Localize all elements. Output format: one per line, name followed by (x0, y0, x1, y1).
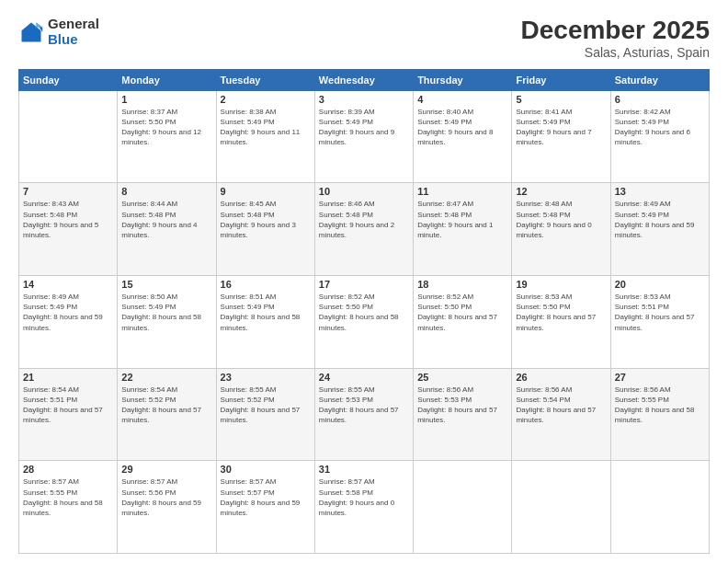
day-number: 27 (615, 372, 705, 383)
calendar-week-row: 1Sunrise: 8:37 AMSunset: 5:50 PMDaylight… (19, 90, 710, 183)
day-number: 19 (516, 279, 606, 290)
day-info: Sunrise: 8:56 AMSunset: 5:53 PMDaylight:… (417, 385, 507, 426)
day-info: Sunrise: 8:42 AMSunset: 5:49 PMDaylight:… (615, 107, 705, 148)
day-number: 28 (23, 464, 113, 475)
day-number: 23 (221, 372, 311, 383)
logo: General Blue (18, 17, 99, 47)
calendar-cell: 12Sunrise: 8:48 AMSunset: 5:48 PMDayligh… (512, 183, 610, 276)
day-number: 4 (417, 94, 507, 105)
day-number: 15 (121, 279, 211, 290)
day-info: Sunrise: 8:47 AMSunset: 5:48 PMDaylight:… (417, 199, 507, 240)
calendar-cell: 21Sunrise: 8:54 AMSunset: 5:51 PMDayligh… (19, 368, 118, 461)
day-number: 17 (319, 279, 409, 290)
weekday-header: Friday (512, 69, 610, 90)
logo-blue: Blue (48, 32, 99, 48)
calendar-cell: 8Sunrise: 8:44 AMSunset: 5:48 PMDaylight… (118, 183, 216, 276)
day-info: Sunrise: 8:57 AMSunset: 5:58 PMDaylight:… (319, 477, 409, 518)
calendar-week-row: 28Sunrise: 8:57 AMSunset: 5:55 PMDayligh… (19, 461, 710, 554)
calendar-cell: 18Sunrise: 8:52 AMSunset: 5:50 PMDayligh… (414, 276, 512, 369)
logo-icon (18, 19, 44, 45)
day-number: 5 (516, 94, 606, 105)
day-info: Sunrise: 8:38 AMSunset: 5:49 PMDaylight:… (221, 107, 311, 148)
calendar-page: General Blue December 2025 Salas, Asturi… (0, 0, 728, 563)
day-info: Sunrise: 8:44 AMSunset: 5:48 PMDaylight:… (121, 199, 211, 240)
calendar-cell: 9Sunrise: 8:45 AMSunset: 5:48 PMDaylight… (216, 183, 314, 276)
calendar-week-row: 14Sunrise: 8:49 AMSunset: 5:49 PMDayligh… (19, 276, 710, 369)
calendar-cell: 27Sunrise: 8:56 AMSunset: 5:55 PMDayligh… (610, 368, 709, 461)
day-number: 9 (221, 186, 311, 197)
calendar-cell: 29Sunrise: 8:57 AMSunset: 5:56 PMDayligh… (118, 461, 216, 554)
calendar-cell: 16Sunrise: 8:51 AMSunset: 5:49 PMDayligh… (216, 276, 314, 369)
calendar-cell: 19Sunrise: 8:53 AMSunset: 5:50 PMDayligh… (512, 276, 610, 369)
calendar-cell (414, 461, 512, 554)
day-number: 10 (319, 186, 409, 197)
day-number: 31 (319, 464, 409, 475)
calendar-cell (512, 461, 610, 554)
day-info: Sunrise: 8:57 AMSunset: 5:55 PMDaylight:… (23, 477, 113, 518)
day-info: Sunrise: 8:46 AMSunset: 5:48 PMDaylight:… (319, 199, 409, 240)
day-info: Sunrise: 8:37 AMSunset: 5:50 PMDaylight:… (121, 107, 211, 148)
day-number: 8 (121, 186, 211, 197)
day-info: Sunrise: 8:53 AMSunset: 5:50 PMDaylight:… (516, 292, 606, 333)
day-number: 26 (516, 372, 606, 383)
day-info: Sunrise: 8:45 AMSunset: 5:48 PMDaylight:… (221, 199, 311, 240)
calendar-week-row: 21Sunrise: 8:54 AMSunset: 5:51 PMDayligh… (19, 368, 710, 461)
day-info: Sunrise: 8:51 AMSunset: 5:49 PMDaylight:… (221, 292, 311, 333)
calendar-cell: 3Sunrise: 8:39 AMSunset: 5:49 PMDaylight… (314, 90, 413, 183)
day-number: 18 (417, 279, 507, 290)
calendar-cell: 26Sunrise: 8:56 AMSunset: 5:54 PMDayligh… (512, 368, 610, 461)
calendar-cell: 20Sunrise: 8:53 AMSunset: 5:51 PMDayligh… (610, 276, 709, 369)
day-info: Sunrise: 8:54 AMSunset: 5:51 PMDaylight:… (23, 385, 113, 426)
day-info: Sunrise: 8:48 AMSunset: 5:48 PMDaylight:… (516, 199, 606, 240)
calendar-cell: 15Sunrise: 8:50 AMSunset: 5:49 PMDayligh… (118, 276, 216, 369)
day-info: Sunrise: 8:49 AMSunset: 5:49 PMDaylight:… (615, 199, 705, 240)
calendar-cell: 4Sunrise: 8:40 AMSunset: 5:49 PMDaylight… (414, 90, 512, 183)
day-info: Sunrise: 8:50 AMSunset: 5:49 PMDaylight:… (121, 292, 211, 333)
calendar-subtitle: Salas, Asturias, Spain (521, 45, 710, 60)
day-number: 20 (615, 279, 705, 290)
weekday-header: Thursday (414, 69, 512, 90)
day-info: Sunrise: 8:57 AMSunset: 5:56 PMDaylight:… (121, 477, 211, 518)
calendar-cell (610, 461, 709, 554)
calendar-cell: 2Sunrise: 8:38 AMSunset: 5:49 PMDaylight… (216, 90, 314, 183)
calendar-cell: 31Sunrise: 8:57 AMSunset: 5:58 PMDayligh… (314, 461, 413, 554)
day-number: 1 (121, 94, 211, 105)
day-number: 11 (417, 186, 507, 197)
day-info: Sunrise: 8:57 AMSunset: 5:57 PMDaylight:… (221, 477, 311, 518)
day-info: Sunrise: 8:39 AMSunset: 5:49 PMDaylight:… (319, 107, 409, 148)
day-info: Sunrise: 8:52 AMSunset: 5:50 PMDaylight:… (319, 292, 409, 333)
title-block: December 2025 Salas, Asturias, Spain (521, 17, 710, 60)
day-info: Sunrise: 8:52 AMSunset: 5:50 PMDaylight:… (417, 292, 507, 333)
calendar-cell: 28Sunrise: 8:57 AMSunset: 5:55 PMDayligh… (19, 461, 118, 554)
day-number: 16 (221, 279, 311, 290)
day-info: Sunrise: 8:56 AMSunset: 5:54 PMDaylight:… (516, 385, 606, 426)
logo-text: General Blue (48, 17, 99, 47)
calendar-cell: 13Sunrise: 8:49 AMSunset: 5:49 PMDayligh… (610, 183, 709, 276)
day-info: Sunrise: 8:55 AMSunset: 5:53 PMDaylight:… (319, 385, 409, 426)
calendar-cell: 7Sunrise: 8:43 AMSunset: 5:48 PMDaylight… (19, 183, 118, 276)
page-header: General Blue December 2025 Salas, Asturi… (18, 17, 710, 60)
day-info: Sunrise: 8:54 AMSunset: 5:52 PMDaylight:… (121, 385, 211, 426)
day-number: 12 (516, 186, 606, 197)
day-info: Sunrise: 8:43 AMSunset: 5:48 PMDaylight:… (23, 199, 113, 240)
logo-general: General (48, 17, 99, 32)
calendar-cell: 24Sunrise: 8:55 AMSunset: 5:53 PMDayligh… (314, 368, 413, 461)
day-info: Sunrise: 8:41 AMSunset: 5:49 PMDaylight:… (516, 107, 606, 148)
day-info: Sunrise: 8:49 AMSunset: 5:49 PMDaylight:… (23, 292, 113, 333)
day-info: Sunrise: 8:40 AMSunset: 5:49 PMDaylight:… (417, 107, 507, 148)
calendar-cell: 17Sunrise: 8:52 AMSunset: 5:50 PMDayligh… (314, 276, 413, 369)
calendar-table: SundayMondayTuesdayWednesdayThursdayFrid… (18, 69, 710, 554)
svg-marker-2 (36, 22, 42, 27)
day-number: 3 (319, 94, 409, 105)
calendar-cell: 25Sunrise: 8:56 AMSunset: 5:53 PMDayligh… (414, 368, 512, 461)
weekday-header: Saturday (610, 69, 709, 90)
calendar-cell: 14Sunrise: 8:49 AMSunset: 5:49 PMDayligh… (19, 276, 118, 369)
calendar-cell: 1Sunrise: 8:37 AMSunset: 5:50 PMDaylight… (118, 90, 216, 183)
weekday-header: Sunday (19, 69, 118, 90)
day-number: 21 (23, 372, 113, 383)
calendar-cell (19, 90, 118, 183)
calendar-cell: 23Sunrise: 8:55 AMSunset: 5:52 PMDayligh… (216, 368, 314, 461)
day-info: Sunrise: 8:55 AMSunset: 5:52 PMDaylight:… (221, 385, 311, 426)
day-number: 7 (23, 186, 113, 197)
calendar-cell: 30Sunrise: 8:57 AMSunset: 5:57 PMDayligh… (216, 461, 314, 554)
